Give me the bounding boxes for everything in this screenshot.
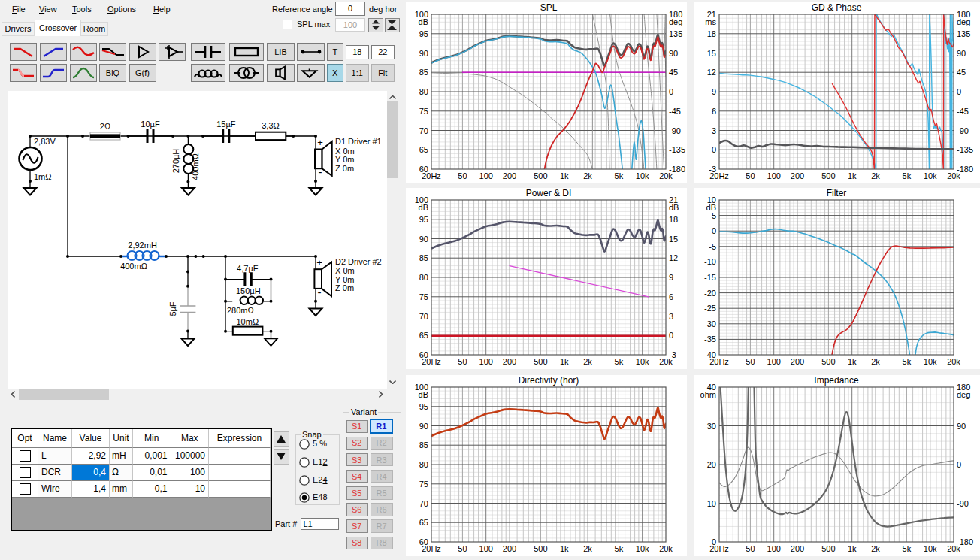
svg-text:200: 200 <box>503 171 516 180</box>
svg-text:10k: 10k <box>924 357 937 366</box>
svg-text:70: 70 <box>419 499 428 508</box>
svg-text:12: 12 <box>707 68 716 77</box>
svg-text:5µF: 5µF <box>168 301 177 316</box>
svg-text:SPL: SPL <box>540 2 558 13</box>
svg-text:+: + <box>317 137 323 148</box>
svg-text:75: 75 <box>419 480 428 489</box>
svg-text:200: 200 <box>791 544 804 553</box>
svg-text:dB: dB <box>669 203 679 212</box>
svg-text:5: 5 <box>712 211 716 220</box>
svg-text:Z 0m: Z 0m <box>335 283 354 292</box>
svg-text:90: 90 <box>419 235 428 244</box>
svg-text:Directivity (hor): Directivity (hor) <box>519 375 579 386</box>
svg-text:-25: -25 <box>704 304 716 313</box>
svg-text:1k: 1k <box>560 357 569 366</box>
svg-text:200: 200 <box>503 357 516 366</box>
svg-text:-35: -35 <box>704 334 716 344</box>
svg-text:50: 50 <box>458 171 467 180</box>
svg-text:30: 30 <box>707 422 716 431</box>
svg-text:20k: 20k <box>659 171 673 180</box>
svg-text:100: 100 <box>767 357 781 366</box>
svg-text:-135: -135 <box>669 145 685 154</box>
svg-text:20Hz: 20Hz <box>422 544 441 553</box>
svg-text:3: 3 <box>712 126 716 135</box>
svg-text:2k: 2k <box>583 357 592 366</box>
svg-text:dB: dB <box>419 17 428 26</box>
svg-text:6: 6 <box>712 107 716 116</box>
svg-text:90: 90 <box>419 422 428 431</box>
svg-text:50: 50 <box>746 171 755 180</box>
svg-text:10mΩ: 10mΩ <box>236 317 259 326</box>
svg-text:3: 3 <box>669 312 673 321</box>
svg-text:Impedance: Impedance <box>814 375 859 386</box>
svg-text:65: 65 <box>419 145 428 154</box>
svg-text:-10: -10 <box>704 257 716 266</box>
svg-text:1mΩ: 1mΩ <box>34 172 52 181</box>
svg-text:15: 15 <box>707 49 716 58</box>
svg-text:5k: 5k <box>903 544 912 553</box>
svg-text:D2 Driver #2: D2 Driver #2 <box>335 257 382 266</box>
svg-text:200: 200 <box>503 544 516 553</box>
svg-text:Filter: Filter <box>827 188 847 198</box>
svg-text:100: 100 <box>767 544 781 553</box>
svg-text:-30: -30 <box>704 319 716 328</box>
svg-text:50: 50 <box>458 544 467 553</box>
svg-text:100: 100 <box>767 171 781 180</box>
svg-text:10k: 10k <box>636 357 649 366</box>
svg-text:95: 95 <box>419 215 428 224</box>
svg-text:18: 18 <box>707 29 716 38</box>
svg-text:85: 85 <box>419 253 428 262</box>
svg-text:20Hz: 20Hz <box>709 171 729 180</box>
svg-text:15µF: 15µF <box>216 120 236 129</box>
svg-text:deg: deg <box>957 390 970 399</box>
svg-text:500: 500 <box>534 171 547 180</box>
svg-text:135: 135 <box>669 29 682 38</box>
svg-text:85: 85 <box>419 68 428 77</box>
svg-text:4,7µF: 4,7µF <box>237 264 259 273</box>
svg-text:20k: 20k <box>659 357 673 366</box>
svg-text:5k: 5k <box>615 357 624 366</box>
svg-text:1k: 1k <box>848 544 857 553</box>
svg-text:20k: 20k <box>947 171 960 180</box>
svg-text:90: 90 <box>957 49 966 58</box>
svg-text:-90: -90 <box>957 499 969 508</box>
svg-text:X 0m: X 0m <box>335 266 355 275</box>
svg-text:400mΩ: 400mΩ <box>191 153 200 180</box>
svg-text:20k: 20k <box>659 544 673 553</box>
svg-text:80: 80 <box>419 273 428 282</box>
svg-text:1k: 1k <box>848 171 857 180</box>
svg-text:45: 45 <box>957 68 966 77</box>
svg-text:10: 10 <box>707 499 716 508</box>
svg-text:6: 6 <box>669 292 673 301</box>
svg-text:10k: 10k <box>924 544 937 553</box>
svg-text:5k: 5k <box>903 171 912 180</box>
svg-text:50: 50 <box>746 544 755 553</box>
svg-text:20Hz: 20Hz <box>422 357 441 366</box>
svg-text:5k: 5k <box>615 171 624 180</box>
svg-text:270µH: 270µH <box>171 149 180 174</box>
svg-text:ms: ms <box>705 17 716 26</box>
svg-text:dB: dB <box>706 203 716 212</box>
svg-text:50: 50 <box>746 357 755 366</box>
svg-text:0: 0 <box>957 460 961 469</box>
svg-text:500: 500 <box>821 357 835 366</box>
svg-text:5k: 5k <box>615 544 624 553</box>
svg-text:-135: -135 <box>957 145 973 154</box>
svg-text:70: 70 <box>419 312 428 321</box>
svg-text:9: 9 <box>712 87 716 96</box>
svg-text:2k: 2k <box>583 544 592 553</box>
svg-text:3,3Ω: 3,3Ω <box>262 121 280 130</box>
svg-text:0: 0 <box>957 87 961 96</box>
svg-text:20Hz: 20Hz <box>709 357 729 366</box>
svg-text:0: 0 <box>712 226 716 235</box>
svg-text:2k: 2k <box>871 171 880 180</box>
svg-text:2Ω: 2Ω <box>100 122 110 131</box>
svg-text:90: 90 <box>957 422 966 431</box>
svg-text:2,83V: 2,83V <box>34 137 56 146</box>
svg-text:10µF: 10µF <box>141 120 160 129</box>
svg-text:-45: -45 <box>669 107 681 116</box>
svg-text:Y 0m: Y 0m <box>335 275 354 284</box>
svg-text:80: 80 <box>419 87 428 96</box>
svg-text:10k: 10k <box>636 544 649 553</box>
svg-text:20Hz: 20Hz <box>709 544 729 553</box>
